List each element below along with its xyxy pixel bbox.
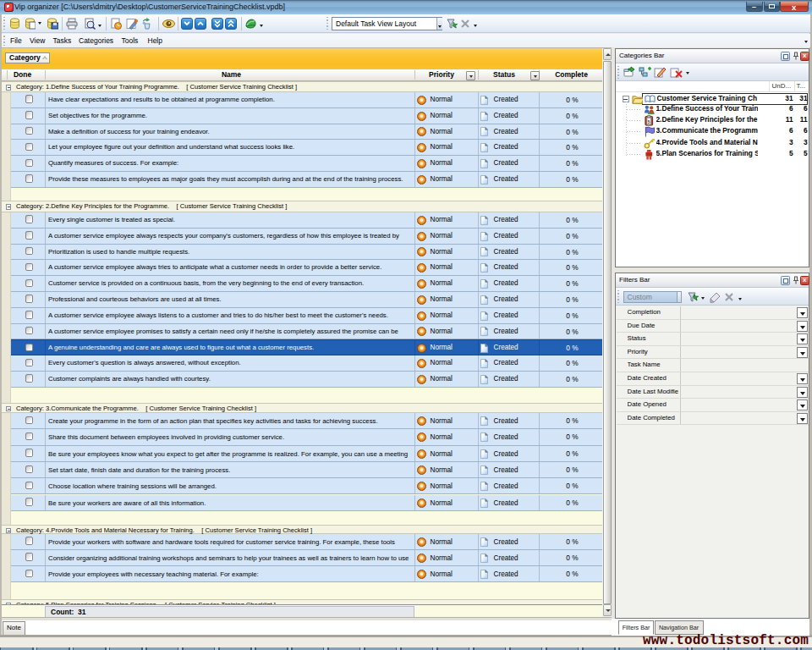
- svg-text:5: 5: [647, 120, 650, 124]
